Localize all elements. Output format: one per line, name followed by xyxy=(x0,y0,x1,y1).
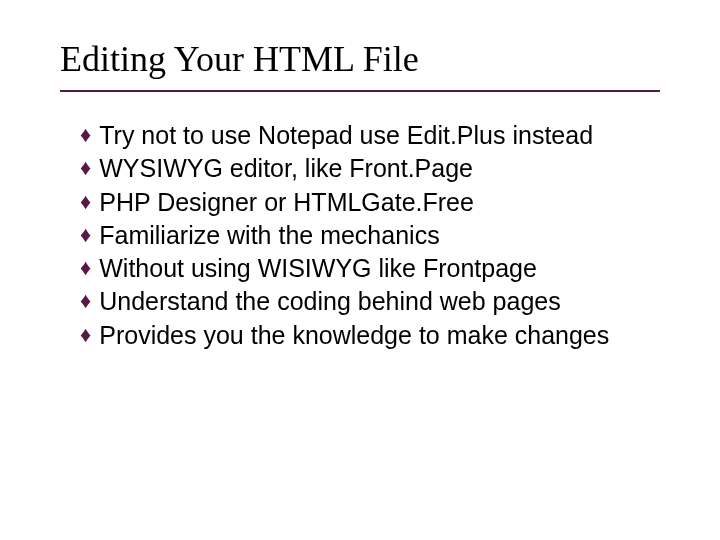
list-item: ♦ Without using WISIWYG like Frontpage xyxy=(80,253,660,284)
diamond-icon: ♦ xyxy=(80,120,91,150)
list-item: ♦ Familiarize with the mechanics xyxy=(80,220,660,251)
diamond-icon: ♦ xyxy=(80,220,91,250)
bullet-text: Familiarize with the mechanics xyxy=(99,220,660,251)
list-item: ♦ Understand the coding behind web pages xyxy=(80,286,660,317)
list-item: ♦ WYSIWYG editor, like Front.Page xyxy=(80,153,660,184)
diamond-icon: ♦ xyxy=(80,153,91,183)
diamond-icon: ♦ xyxy=(80,253,91,283)
list-item: ♦ PHP Designer or HTMLGate.Free xyxy=(80,187,660,218)
slide-container: Editing Your HTML File ♦ Try not to use … xyxy=(0,0,720,393)
list-item: ♦ Provides you the knowledge to make cha… xyxy=(80,320,660,351)
bullet-text: Provides you the knowledge to make chang… xyxy=(99,320,660,351)
bullet-text: WYSIWYG editor, like Front.Page xyxy=(99,153,660,184)
slide-title: Editing Your HTML File xyxy=(60,38,660,92)
bullet-text: Without using WISIWYG like Frontpage xyxy=(99,253,660,284)
diamond-icon: ♦ xyxy=(80,187,91,217)
bullet-text: PHP Designer or HTMLGate.Free xyxy=(99,187,660,218)
bullet-text: Try not to use Notepad use Edit.Plus ins… xyxy=(99,120,660,151)
bullet-text: Understand the coding behind web pages xyxy=(99,286,660,317)
bullet-list: ♦ Try not to use Notepad use Edit.Plus i… xyxy=(60,120,660,351)
diamond-icon: ♦ xyxy=(80,320,91,350)
diamond-icon: ♦ xyxy=(80,286,91,316)
list-item: ♦ Try not to use Notepad use Edit.Plus i… xyxy=(80,120,660,151)
